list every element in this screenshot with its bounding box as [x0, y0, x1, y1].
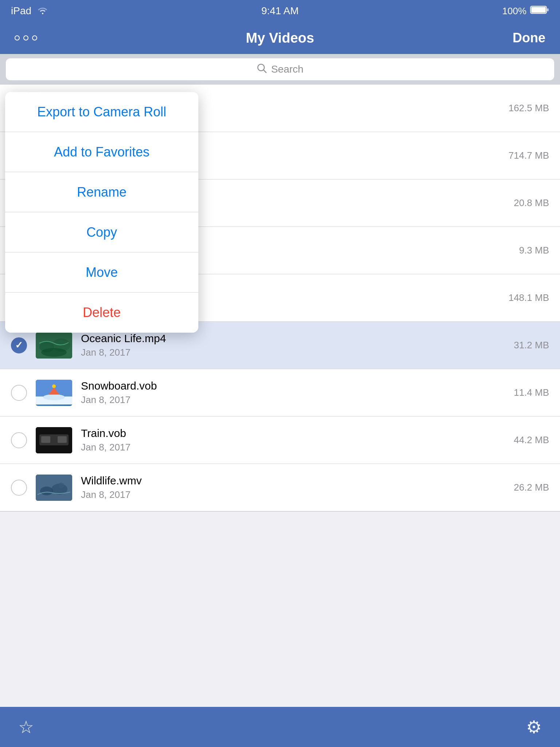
nav-dot-1: [15, 35, 20, 40]
nav-bar: My Videos Done: [0, 22, 560, 54]
thumb-train-img: [36, 427, 72, 453]
video-size-4: 9.3 MB: [519, 245, 549, 256]
video-name-6: Oceanic Life.mp4: [81, 332, 514, 345]
video-info-6: Oceanic Life.mp4 Jan 8, 2017: [81, 332, 514, 358]
copy-button[interactable]: Copy: [5, 212, 198, 252]
wifi-icon: [37, 5, 48, 17]
video-size-9: 26.2 MB: [514, 482, 549, 493]
svg-rect-23: [58, 436, 67, 443]
bottom-toolbar: ☆ ⚙: [0, 707, 560, 747]
video-item-9[interactable]: Wildlife.wmv Jan 8, 2017 26.2 MB: [0, 464, 560, 511]
empty-area: [0, 511, 560, 624]
thumb-ocean-img: [36, 332, 72, 359]
battery-label: 100%: [502, 5, 527, 17]
svg-point-19: [52, 384, 56, 388]
video-info-7: Snowboard.vob Jan 8, 2017: [81, 380, 514, 406]
svg-point-25: [40, 487, 53, 495]
search-icon: [257, 63, 267, 76]
thumb-wildlife-img: [36, 475, 72, 501]
nav-dot-2: [23, 35, 28, 40]
status-left: iPad: [11, 5, 48, 17]
rename-button[interactable]: Rename: [5, 172, 198, 212]
video-size-1: 162.5 MB: [509, 102, 549, 114]
video-name-7: Snowboard.vob: [81, 380, 514, 392]
video-size-5: 148.1 MB: [509, 292, 549, 303]
move-button[interactable]: Move: [5, 252, 198, 293]
video-name-8: Train.vob: [81, 427, 514, 440]
video-size-8: 44.2 MB: [514, 434, 549, 446]
svg-rect-2: [547, 8, 549, 11]
nav-title: My Videos: [246, 30, 314, 46]
video-name-9: Wildlife.wmv: [81, 475, 514, 487]
svg-point-18: [43, 394, 65, 400]
add-to-favorites-button[interactable]: Add to Favorites: [5, 132, 198, 172]
checkbox-7[interactable]: [11, 385, 27, 401]
content-area: 162.5 MB 714.7 MB 20.8 MB 9.3 MB: [0, 85, 560, 624]
svg-point-15: [41, 348, 67, 357]
thumb-snowboard-img: [36, 380, 72, 406]
video-date-9: Jan 8, 2017: [81, 489, 514, 500]
video-thumb-9: [36, 475, 72, 501]
device-label: iPad: [11, 5, 31, 17]
video-size-3: 20.8 MB: [514, 197, 549, 209]
search-placeholder: Search: [271, 63, 304, 75]
export-camera-roll-button[interactable]: Export to Camera Roll: [5, 92, 198, 132]
video-size-7: 11.4 MB: [514, 387, 549, 398]
video-thumb-8: [36, 427, 72, 453]
status-time: 9:41 AM: [261, 5, 299, 17]
video-thumb-6: [36, 332, 72, 359]
dropdown-menu: Export to Camera Roll Add to Favorites R…: [5, 92, 198, 333]
video-size-2: 714.7 MB: [509, 150, 549, 161]
nav-left: [15, 35, 37, 40]
video-item-7[interactable]: Snowboard.vob Jan 8, 2017 11.4 MB: [0, 369, 560, 417]
search-bar-container: Search: [0, 54, 560, 85]
video-info-8: Train.vob Jan 8, 2017: [81, 427, 514, 453]
video-info-9: Wildlife.wmv Jan 8, 2017: [81, 475, 514, 500]
svg-point-27: [58, 483, 64, 488]
svg-rect-22: [41, 436, 50, 443]
status-right: 100%: [502, 5, 549, 17]
checkbox-9[interactable]: [11, 480, 27, 496]
search-bar[interactable]: Search: [6, 58, 554, 80]
nav-dots[interactable]: [15, 35, 37, 40]
delete-button[interactable]: Delete: [5, 293, 198, 333]
favorites-icon[interactable]: ☆: [18, 717, 34, 737]
video-date-8: Jan 8, 2017: [81, 442, 514, 453]
nav-dot-3: [32, 35, 37, 40]
checkbox-6[interactable]: [11, 337, 27, 353]
video-thumb-7: [36, 380, 72, 406]
video-size-6: 31.2 MB: [514, 340, 549, 351]
settings-icon[interactable]: ⚙: [526, 717, 542, 737]
checkbox-8[interactable]: [11, 432, 27, 448]
svg-line-4: [264, 70, 266, 73]
svg-rect-1: [531, 7, 546, 13]
status-bar: iPad 9:41 AM 100%: [0, 0, 560, 22]
done-button[interactable]: Done: [513, 30, 545, 46]
video-date-6: Jan 8, 2017: [81, 347, 514, 358]
battery-icon: [530, 5, 549, 17]
video-date-7: Jan 8, 2017: [81, 394, 514, 406]
video-item-8[interactable]: Train.vob Jan 8, 2017 44.2 MB: [0, 417, 560, 464]
